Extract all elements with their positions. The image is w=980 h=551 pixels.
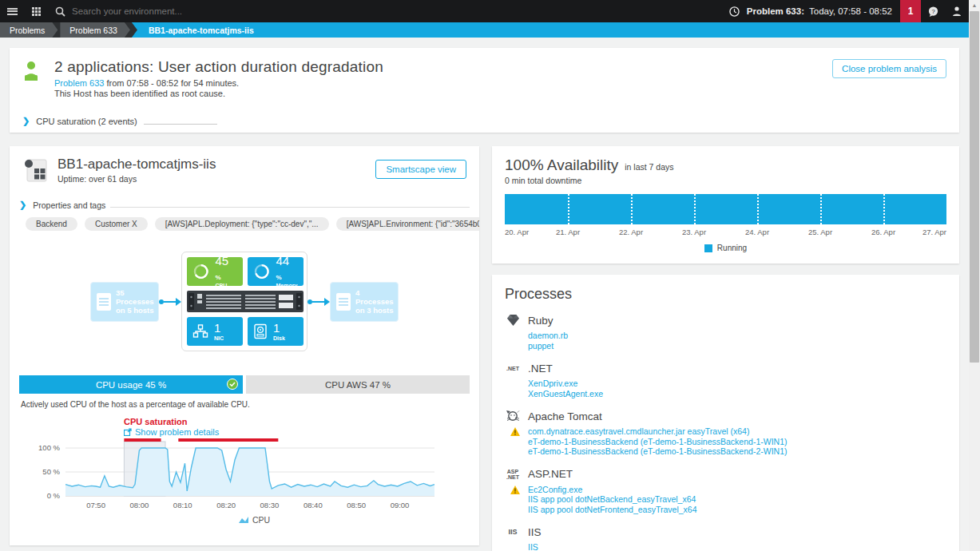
breadcrumb: Problems Problem 633 BB1-apache-tomcatjm… — [0, 22, 969, 38]
breadcrumb-problems[interactable]: Problems — [0, 22, 58, 38]
ruby-icon — [505, 313, 521, 327]
vertical-scrollbar[interactable]: ▲ — [969, 0, 980, 551]
process-group-header[interactable]: Ruby — [505, 313, 946, 327]
process-group-header[interactable]: IISIIS — [505, 525, 946, 539]
process-group-children: XenDpriv.exeXenGuestAgent.exe — [528, 379, 946, 398]
process-link[interactable]: XenDpriv.exe — [528, 379, 577, 389]
day-label: 21. Apr — [556, 228, 580, 236]
process-icon — [97, 293, 111, 311]
process-icon — [336, 293, 351, 311]
memory-tile[interactable]: 44 % Memory — [248, 257, 304, 286]
process-row: eT-demo-1-BusinessBackend (eT-demo-1-Bus… — [528, 438, 946, 447]
process-link[interactable]: IIS — [528, 543, 538, 551]
cpu-usage-chart[interactable]: 0 %50 %100 %07:5008:0008:1008:2008:3008:… — [19, 437, 454, 534]
cpu-gauge-icon — [192, 263, 209, 280]
incoming-processes-line1: 35 Processes — [116, 288, 154, 306]
tab-cpu-usage[interactable]: CPU usage 45 % — [19, 375, 243, 394]
day-separator — [757, 194, 759, 224]
running-legend-swatch — [704, 244, 712, 252]
problem-event-bar — [178, 438, 278, 442]
process-link[interactable]: IIS app pool dotNetFrontend_easyTravel_x… — [528, 505, 697, 515]
svg-text:?: ? — [931, 7, 934, 14]
process-row: XenGuestAgent.exe — [528, 390, 946, 399]
incoming-processes-box[interactable]: 35 Processes on 5 hosts — [90, 282, 159, 322]
cpu-tile[interactable]: 45 % CPU — [187, 257, 243, 286]
process-link[interactable]: com.dynatrace.easytravel.cmdlauncher.jar… — [528, 427, 749, 437]
process-link[interactable]: IIS app pool dotNetBackend_easyTravel_x6… — [528, 495, 696, 505]
process-link[interactable]: puppet — [528, 342, 553, 351]
svg-text:08:10: 08:10 — [173, 501, 192, 509]
availability-bar-chart[interactable] — [505, 194, 946, 224]
search-input[interactable] — [72, 6, 327, 16]
search-icon[interactable] — [48, 0, 72, 22]
chevron-right-icon: ❯ — [22, 116, 30, 126]
scroll-up-arrow[interactable]: ▲ — [969, 0, 980, 10]
timeframe-range: Today, 07:58 - 08:52 — [809, 6, 892, 16]
menu-icon[interactable] — [0, 0, 24, 22]
smartscape-view-button[interactable]: Smartscape view — [375, 160, 466, 179]
process-group-header[interactable]: ASP.NETASP.NET — [505, 467, 946, 482]
day-label: 22. Apr — [619, 228, 643, 236]
host-tag[interactable]: Customer X — [85, 217, 148, 231]
user-icon[interactable] — [945, 0, 969, 22]
problem-count-badge[interactable]: 1 — [900, 0, 921, 22]
problem-title: 2 applications: User action duration deg… — [54, 58, 383, 76]
tab-cpu-aws[interactable]: CPU AWS 47 % — [246, 375, 470, 394]
breadcrumb-current: BB1-apache-tomcatjms-iis — [137, 22, 254, 38]
processes-card: Processes Rubydaemon.rbpuppet.NET.NETXen… — [492, 275, 959, 551]
timeframe-selector[interactable]: Problem 633: Today, 07:58 - 08:52 — [747, 6, 892, 16]
apps-icon[interactable] — [24, 0, 48, 22]
clock-icon — [723, 0, 747, 22]
process-group: .NET.NETXenDpriv.exeXenGuestAgent.exe — [505, 361, 946, 398]
scrollbar-thumb[interactable] — [970, 11, 979, 363]
outgoing-processes-box[interactable]: 4 Processes on 3 hosts — [330, 282, 399, 322]
day-label: 26. Apr — [871, 228, 895, 236]
process-group-header[interactable]: .NET.NET — [505, 361, 946, 375]
dotnet-icon: .NET — [505, 361, 521, 375]
process-group-header[interactable]: Apache Tomcat — [505, 409, 946, 423]
host-icon — [22, 157, 58, 187]
process-link[interactable]: XenGuestAgent.exe — [528, 390, 603, 399]
host-tag[interactable]: Backend — [26, 217, 77, 231]
process-group-name: .NET — [528, 363, 553, 375]
external-link-icon — [124, 428, 132, 436]
disk-value: 1 — [273, 321, 280, 335]
day-separator — [568, 194, 569, 224]
memory-value: 44 — [276, 254, 289, 268]
nic-value: 1 — [214, 321, 220, 335]
server-image — [187, 291, 304, 312]
availability-axis-labels: 20. Apr21. Apr22. Apr23. Apr24. Apr25. A… — [505, 228, 946, 239]
disk-tile[interactable]: 1 Disk — [248, 317, 304, 346]
process-group: IISIISIIS — [505, 525, 946, 551]
tomcat-icon — [505, 409, 521, 423]
nic-tile[interactable]: 1 NIC — [187, 317, 243, 346]
breadcrumb-problem-633[interactable]: Problem 633 — [60, 22, 130, 38]
svg-text:07:50: 07:50 — [86, 501, 105, 509]
process-row: IIS — [528, 543, 946, 551]
svg-text:08:50: 08:50 — [347, 501, 366, 509]
problem-summary-card: 2 applications: User action duration deg… — [10, 48, 959, 133]
host-tag[interactable]: [AWS]APL.Environment: {"id":"3654b091-9.… — [336, 217, 479, 231]
day-label: 23. Apr — [682, 228, 706, 236]
cpu-saturation-expander[interactable]: ❯ CPU saturation (2 events) — [22, 116, 946, 126]
process-group: Rubydaemon.rbpuppet — [505, 313, 946, 351]
process-group-name: Ruby — [528, 315, 553, 327]
feedback-icon[interactable]: ? — [921, 0, 945, 22]
process-link[interactable]: eT-demo-1-BusinessBackend (eT-demo-1-Bus… — [528, 438, 787, 447]
properties-expander[interactable]: ❯︎ Properties and tags — [19, 200, 470, 210]
chevron-down-icon: ❯︎ — [19, 200, 26, 210]
process-link[interactable]: eT-demo-1-BusinessBackend (eT-demo-1-Bus… — [528, 447, 787, 457]
day-label: 24. Apr — [745, 228, 769, 236]
process-link[interactable]: Ec2Config.exe — [528, 486, 582, 495]
host-tag[interactable]: [AWS]APL.Deployment: {"type":"cc-dev",".… — [155, 217, 329, 231]
problem-root-cause: This Host has been identified as root ca… — [54, 89, 383, 98]
problem-duration: from 07:58 - 08:52 for 54 minutes. — [106, 78, 239, 88]
incoming-processes-line2: on 5 hosts — [116, 306, 154, 315]
problem-link[interactable]: Problem 633 — [54, 78, 104, 88]
show-problem-details-link[interactable]: Show problem details — [135, 427, 219, 437]
availability-legend: Running — [505, 244, 946, 252]
close-problem-analysis-button[interactable]: Close problem analysis — [832, 59, 946, 78]
svg-text:09:00: 09:00 — [391, 501, 410, 509]
process-link[interactable]: daemon.rb — [528, 331, 568, 341]
svg-text:50 %: 50 % — [42, 467, 60, 476]
